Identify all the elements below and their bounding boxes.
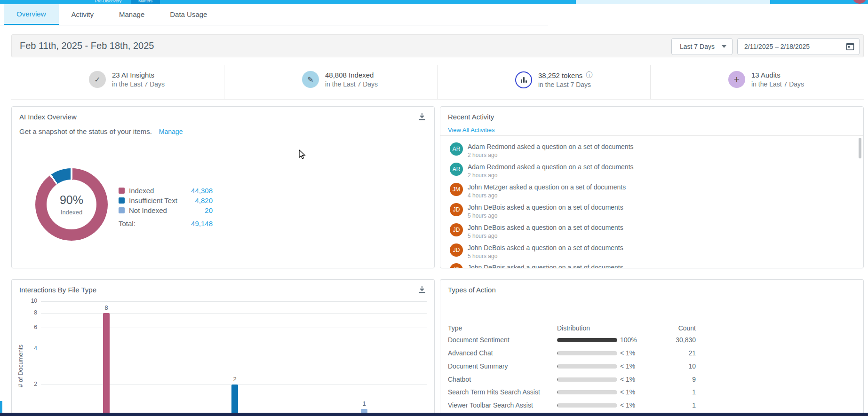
distribution-bar <box>557 403 617 408</box>
legend-value[interactable]: 44,308 <box>191 187 213 195</box>
date-range-header: Feb 11th, 2025 - Feb 18th, 2025 Last 7 D… <box>11 34 864 57</box>
activity-text: Adam Redmond asked a question on a set o… <box>468 163 634 171</box>
date-range-title: Feb 11th, 2025 - Feb 18th, 2025 <box>20 40 154 51</box>
recent-activity-card: Recent Activity View All Activities AR A… <box>440 106 864 268</box>
types-of-action-card: Types of Action Type Distribution Count … <box>440 279 864 416</box>
table-row: Chatbot < 1% 9 <box>440 375 863 384</box>
view-all-activities-link[interactable]: View All Activities <box>448 126 494 133</box>
action-type: Chatbot <box>448 376 471 383</box>
bottom-edge-bar <box>0 413 868 416</box>
plus-icon: + <box>728 71 745 88</box>
legend-label: Indexed <box>129 187 154 195</box>
calendar-icon[interactable] <box>846 42 854 51</box>
tab-activity[interactable]: Activity <box>59 4 107 25</box>
activity-time: 2 hours ago <box>468 152 497 158</box>
distribution-bar <box>557 364 617 369</box>
count-value: 21 <box>649 349 696 357</box>
download-icon[interactable] <box>417 112 427 121</box>
action-type: Document Sentiment <box>448 336 510 344</box>
top-app-bar: Pre-Discovery Matters <box>0 0 868 4</box>
column-header-type: Type <box>448 324 462 332</box>
global-search-input[interactable] <box>576 0 770 4</box>
tab-manage[interactable]: Manage <box>106 4 157 25</box>
distribution-bar <box>557 351 617 355</box>
user-avatar[interactable] <box>852 0 867 4</box>
pencil-icon: ✎ <box>302 71 319 88</box>
info-icon[interactable]: ⓘ <box>586 71 592 79</box>
tab-overview[interactable]: Overview <box>4 4 59 25</box>
legend-total-label: Total: <box>119 220 135 228</box>
stat-value: 48,808 Indexed <box>325 71 378 79</box>
card-title: Types of Action <box>448 286 496 294</box>
interactions-by-file-type-card: Interactions By File Type # of Documents… <box>11 279 435 416</box>
bar <box>103 313 110 416</box>
distribution-value: < 1% <box>620 376 635 383</box>
action-type: Advanced Chat <box>448 349 493 357</box>
stat-sublabel: in the Last 7 Days <box>112 80 165 88</box>
distribution-value: < 1% <box>620 388 635 396</box>
count-value: 10 <box>649 362 696 370</box>
gridline <box>41 328 427 328</box>
card-title: Recent Activity <box>448 113 494 121</box>
table-row: Advanced Chat < 1% 21 <box>440 348 863 358</box>
distribution-bar <box>557 377 617 382</box>
stat-ai-insights: ✓ 23 AI Insights in the Last 7 Days <box>11 65 224 99</box>
legend-label: Not Indexed <box>129 206 167 214</box>
tabbar-divider <box>0 25 548 25</box>
date-preset-dropdown[interactable]: Last 7 Days <box>671 38 733 55</box>
gridline <box>41 301 427 302</box>
stat-tokens: 38,252 tokens ⓘ in the Last 7 Days <box>438 65 651 99</box>
y-tick-label: 2 <box>25 381 37 387</box>
manage-link[interactable]: Manage <box>159 128 183 135</box>
table-row: Search Term Hits Search Assist < 1% 1 <box>440 387 863 397</box>
avatar: JM <box>450 183 463 196</box>
activity-time: 5 hours ago <box>468 253 497 259</box>
gridline <box>41 313 427 314</box>
legend-swatch <box>119 197 125 204</box>
gridline <box>41 349 427 349</box>
avatar: AR <box>450 142 463 156</box>
activity-text: John Metzger asked a question on a set o… <box>468 183 626 191</box>
card-subtitle: Get a snapshot of the status of your ite… <box>19 127 183 135</box>
divider <box>440 135 863 136</box>
avatar: JD <box>450 263 463 268</box>
distribution-bar <box>557 338 617 342</box>
activity-item: AR Adam Redmond asked a question on a se… <box>450 142 845 162</box>
legend-value[interactable]: 4,820 <box>195 196 213 204</box>
ai-index-overview-card: AI Index Overview Get a snapshot of the … <box>11 106 435 268</box>
column-header-distribution: Distribution <box>557 324 590 332</box>
tab-data-usage[interactable]: Data Usage <box>157 4 220 25</box>
bar-value-label: 8 <box>97 304 116 311</box>
legend-total-value[interactable]: 49,148 <box>191 220 213 228</box>
legend-value[interactable]: 20 <box>205 206 213 214</box>
legend-swatch <box>119 188 125 194</box>
activity-item: JM John Metzger asked a question on a se… <box>450 183 845 203</box>
activity-time: 5 hours ago <box>468 233 497 239</box>
stat-sublabel: in the Last 7 Days <box>538 81 592 88</box>
distribution-value: 100% <box>620 336 637 344</box>
action-type: Search Term Hits Search Assist <box>448 388 540 396</box>
activity-text: John DeBois asked a question on a set of… <box>468 204 623 211</box>
y-tick-label: 8 <box>25 309 37 316</box>
date-range-input[interactable]: 2/11/2025 – 2/18/2025 <box>737 38 860 55</box>
activity-time: 2 hours ago <box>468 172 497 179</box>
stat-audits: + 13 Audits in the Last 7 Days <box>651 65 864 99</box>
activity-item: JD John DeBois asked a question on a set… <box>450 263 845 268</box>
card-title: AI Index Overview <box>19 113 77 121</box>
stat-sublabel: in the Last 7 Days <box>325 80 378 88</box>
legend-swatch <box>119 207 125 213</box>
scrollbar-thumb[interactable] <box>859 138 861 158</box>
count-value: 9 <box>649 376 696 383</box>
left-edge-accent <box>0 401 2 413</box>
count-value: 30,830 <box>649 336 696 344</box>
avatar: JD <box>450 223 463 236</box>
topbar-tab-prediscovery[interactable]: Pre-Discovery <box>87 0 129 4</box>
activity-item: JD John DeBois asked a question on a set… <box>450 243 845 263</box>
donut-center-value: 90% <box>60 193 83 207</box>
table-row: Viewer Toolbar Search Assist < 1% 1 <box>440 400 863 410</box>
date-range-value: 2/11/2025 – 2/18/2025 <box>744 43 810 50</box>
check-icon: ✓ <box>89 71 106 88</box>
topbar-tab-matters[interactable]: Matters <box>131 0 160 4</box>
activity-text: John DeBois asked a question on a set of… <box>468 224 623 231</box>
column-header-count: Count <box>649 324 696 332</box>
